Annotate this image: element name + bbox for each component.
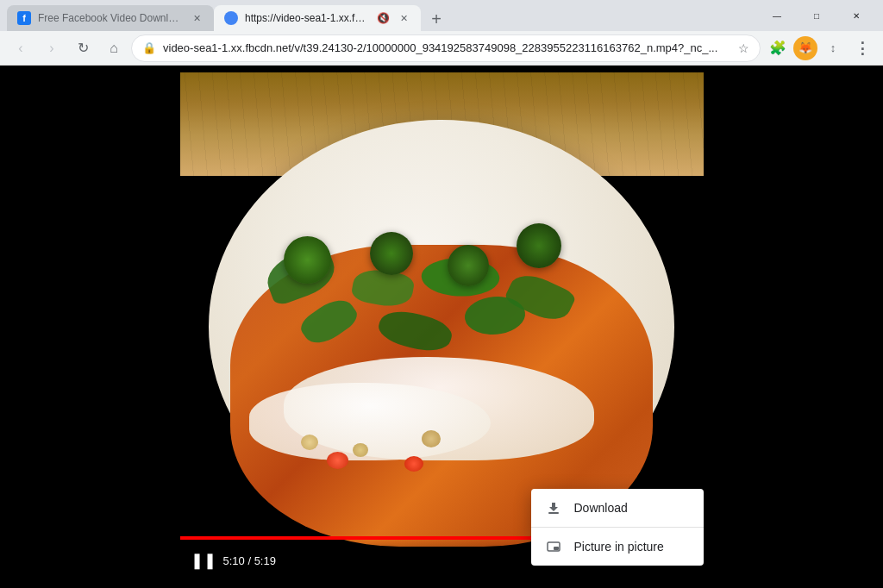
tab-title-2: https://video-sea1-1.xx.fbcd... bbox=[245, 12, 370, 24]
pip-icon bbox=[545, 538, 562, 555]
bookmark-star-icon[interactable]: ☆ bbox=[738, 41, 749, 55]
video-time: 5:10 / 5:19 bbox=[223, 554, 276, 567]
window-controls: — □ ✕ bbox=[757, 0, 876, 31]
security-lock-icon: 🔒 bbox=[142, 41, 156, 54]
more-options-icon[interactable]: ⋮ bbox=[849, 34, 876, 62]
close-button[interactable]: ✕ bbox=[836, 0, 876, 31]
context-menu: Download Picture in picture bbox=[531, 489, 704, 566]
svg-rect-0 bbox=[548, 512, 559, 514]
video-player[interactable]: ❚❚ 5:10 / 5:19 Download bbox=[180, 72, 704, 581]
tab-favicon-video bbox=[224, 11, 238, 25]
browser-frame: f Free Facebook Video Downloade... ✕ htt… bbox=[0, 0, 883, 588]
tab-facebook-downloader[interactable]: f Free Facebook Video Downloade... ✕ bbox=[7, 5, 214, 31]
home-button[interactable]: ⌂ bbox=[100, 34, 128, 62]
refresh-button[interactable]: ↻ bbox=[69, 34, 97, 62]
pause-button[interactable]: ❚❚ bbox=[191, 551, 216, 570]
tab-close-2[interactable]: ✕ bbox=[397, 11, 410, 25]
forward-button[interactable]: › bbox=[38, 34, 66, 62]
url-text: video-sea1-1.xx.fbcdn.net/v/t39.24130-2/… bbox=[163, 41, 731, 54]
tab-favicon-facebook: f bbox=[17, 11, 31, 25]
context-menu-download[interactable]: Download bbox=[531, 489, 704, 527]
tabs-area: f Free Facebook Video Downloade... ✕ htt… bbox=[7, 0, 757, 31]
maximize-button[interactable]: □ bbox=[797, 0, 836, 31]
download-icon bbox=[545, 499, 562, 516]
tab-mute-icon[interactable]: 🔇 bbox=[377, 12, 390, 24]
profile-avatar[interactable]: 🦊 bbox=[793, 36, 817, 60]
url-bar[interactable]: 🔒 video-sea1-1.xx.fbcdn.net/v/t39.24130-… bbox=[131, 34, 761, 62]
minimize-button[interactable]: — bbox=[757, 0, 797, 31]
context-menu-pip[interactable]: Picture in picture bbox=[531, 528, 704, 566]
address-bar: ‹ › ↻ ⌂ 🔒 video-sea1-1.xx.fbcdn.net/v/t3… bbox=[0, 31, 883, 66]
tab-close-1[interactable]: ✕ bbox=[190, 11, 204, 25]
history-icon[interactable]: ↕ bbox=[819, 34, 847, 62]
title-bar: f Free Facebook Video Downloade... ✕ htt… bbox=[0, 0, 883, 31]
pip-label: Picture in picture bbox=[574, 540, 664, 554]
tab-title-1: Free Facebook Video Downloade... bbox=[38, 12, 183, 24]
download-label: Download bbox=[574, 501, 628, 515]
toolbar-icons: 🧩 🦊 ↕ ⋮ bbox=[764, 34, 876, 62]
svg-rect-2 bbox=[554, 547, 559, 550]
tab-video[interactable]: https://video-sea1-1.xx.fbcd... 🔇 ✕ bbox=[214, 5, 421, 31]
content-area: ❚❚ 5:10 / 5:19 Download bbox=[0, 66, 883, 588]
extensions-puzzle-icon[interactable]: 🧩 bbox=[764, 34, 792, 62]
new-tab-button[interactable]: + bbox=[424, 7, 448, 31]
back-button[interactable]: ‹ bbox=[7, 34, 34, 62]
